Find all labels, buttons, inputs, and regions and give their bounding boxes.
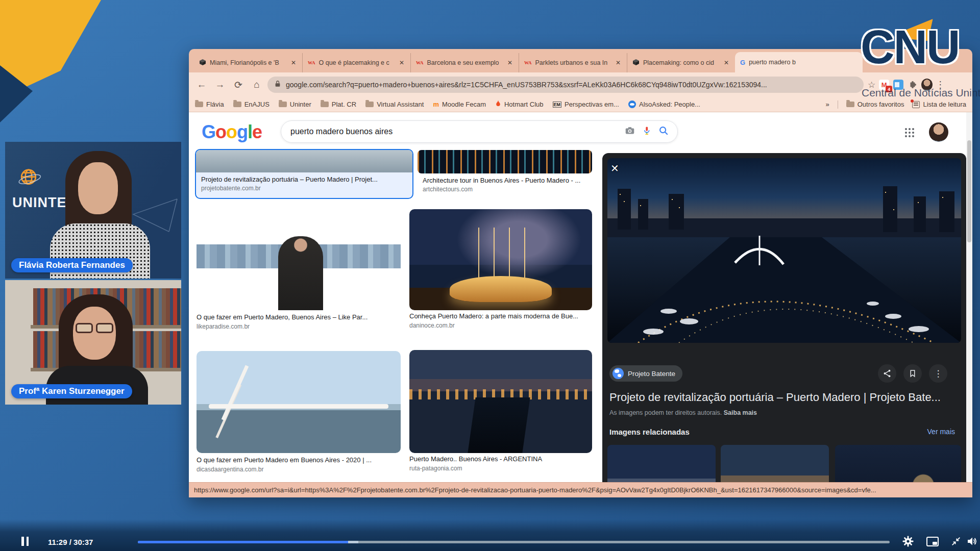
- browser-toolbar: ← → ⟳ ⌂ google.com/search?q=puerto+mader…: [189, 72, 972, 97]
- wa-favicon-icon: WA: [416, 60, 424, 65]
- see-more-link[interactable]: Ver mais: [927, 428, 955, 436]
- bookmark-enajus[interactable]: EnAJUS: [233, 101, 270, 108]
- result-card[interactable]: Architecture tour in Buenos Aires - Puer…: [418, 150, 592, 199]
- back-icon[interactable]: ←: [194, 77, 209, 92]
- reading-list[interactable]: Lista de leitura: [912, 101, 966, 108]
- reload-icon[interactable]: ⟳: [231, 77, 246, 92]
- save-bookmark-button[interactable]: [903, 364, 922, 383]
- result-thumbnail[interactable]: [418, 150, 592, 173]
- tab-parklets[interactable]: WA Parklets urbanos e sua In ✕: [519, 53, 627, 72]
- playback-time: 11:29 / 30:37: [48, 538, 93, 546]
- progress-fill: [138, 541, 348, 543]
- tab-close-icon[interactable]: ✕: [506, 59, 513, 66]
- result-caption[interactable]: Conheça Puerto Madero: a parte mais mode…: [409, 312, 592, 329]
- related-thumbnail[interactable]: [835, 445, 961, 482]
- source-chip[interactable]: Projeto Batente: [609, 365, 682, 382]
- result-domain: projetobatente.com.br: [201, 185, 407, 192]
- other-favorites[interactable]: Outros favoritos: [846, 101, 904, 108]
- related-thumbnail[interactable]: [607, 445, 716, 482]
- forward-icon[interactable]: →: [212, 77, 228, 92]
- tab-puerto-madero-active[interactable]: G puerto madero b: [735, 52, 863, 72]
- tab-placemaking-cid[interactable]: Placemaking: como o cid ✕: [627, 53, 735, 72]
- tab-close-icon[interactable]: ✕: [398, 59, 405, 66]
- result-title: O que fazer em Puerto Madero, Buenos Air…: [197, 313, 404, 321]
- bookmark-plat-cr[interactable]: Plat. CR: [321, 101, 356, 108]
- settings-gear-icon[interactable]: [901, 535, 915, 548]
- close-icon[interactable]: ✕: [610, 162, 619, 174]
- pause-button[interactable]: [21, 537, 30, 546]
- source-name: Projeto Batente: [628, 370, 675, 378]
- learn-more-link[interactable]: Saiba mais: [724, 409, 757, 416]
- bookmark-alsoasked[interactable]: AlsoAsked: People...: [628, 101, 700, 108]
- related-thumbnail[interactable]: [721, 445, 829, 482]
- alsoasked-icon: [628, 101, 636, 108]
- moodle-icon: m: [433, 101, 439, 108]
- bookmarks-bar: Flávia EnAJUS Uninter Plat. CR Virtual A…: [189, 97, 972, 112]
- picture-in-picture-icon[interactable]: [926, 535, 939, 548]
- progress-bar[interactable]: [138, 541, 890, 543]
- google-logo[interactable]: Google: [202, 121, 262, 143]
- result-card-selected[interactable]: Projeto de revitalização portuária – Pue…: [195, 149, 413, 199]
- wa-favicon-icon: WA: [524, 60, 532, 65]
- bookmark-virtual-assistant[interactable]: Virtual Assistant: [365, 101, 424, 108]
- search-icon[interactable]: [658, 125, 669, 138]
- tab-barcelona[interactable]: WA Barcelona e seu exemplo ✕: [410, 53, 519, 72]
- home-icon[interactable]: ⌂: [249, 77, 264, 92]
- result-thumbnail[interactable]: [196, 150, 412, 172]
- result-thumbnail[interactable]: [409, 209, 592, 310]
- wa-favicon-icon: WA: [308, 60, 315, 65]
- webcam-flavia: UNINTER Flávia Roberta Fernandes: [5, 142, 181, 279]
- google-favicon-icon: G: [740, 59, 745, 66]
- result-thumbnail[interactable]: [197, 351, 401, 453]
- page-scrollbar[interactable]: [966, 112, 972, 482]
- divider: [838, 101, 838, 109]
- hero-image[interactable]: [607, 158, 961, 343]
- bookmark-uninter[interactable]: Uninter: [279, 101, 311, 108]
- panel-image-title[interactable]: Projeto de revitalização portuária – Pue…: [609, 391, 959, 404]
- tab-close-icon[interactable]: ✕: [723, 59, 730, 66]
- result-caption[interactable]: Puerto Madero.. Buenos Aires - ARGENTINA…: [409, 455, 592, 472]
- result-caption[interactable]: O que fazer em Puerto Madero em Buenos A…: [197, 456, 404, 473]
- folder-icon: [233, 102, 241, 107]
- result-title: Puerto Madero.. Buenos Aires - ARGENTINA: [409, 455, 592, 463]
- result-thumbnail[interactable]: [197, 210, 401, 310]
- reading-list-icon: [912, 101, 920, 108]
- scrollbar-thumb[interactable]: [967, 140, 971, 242]
- address-bar[interactable]: google.com/search?q=puerto+madero+buenos…: [267, 77, 864, 93]
- tab-close-icon[interactable]: ✕: [290, 59, 297, 66]
- folder-icon: [279, 102, 287, 107]
- more-options-button[interactable]: ⋮: [929, 364, 947, 383]
- tab-title: Barcelona e seu exemplo: [427, 59, 503, 66]
- bookmarks-overflow-icon[interactable]: »: [825, 101, 829, 108]
- camera-icon[interactable]: [624, 125, 635, 138]
- bookmark-perspectivas[interactable]: EMPerspectivas em...: [553, 101, 619, 108]
- result-thumbnail[interactable]: [409, 350, 592, 453]
- bookmark-hotmart-club[interactable]: Hotmart Club: [495, 100, 544, 109]
- exit-fullscreen-icon[interactable]: [949, 535, 963, 548]
- share-button[interactable]: [878, 364, 896, 383]
- cube-favicon-icon: [632, 59, 640, 67]
- bookmark-flavia[interactable]: Flávia: [195, 101, 224, 108]
- tab-title: Placemaking: como o cid: [643, 59, 719, 66]
- mic-icon[interactable]: [642, 125, 652, 138]
- bookmark-moodle-fecam[interactable]: mMoodle Fecam: [433, 101, 486, 108]
- result-caption[interactable]: O que fazer em Puerto Madero, Buenos Air…: [197, 313, 404, 330]
- flame-icon: [495, 100, 501, 109]
- search-box[interactable]: [281, 120, 678, 143]
- google-apps-grid-icon[interactable]: [903, 127, 916, 141]
- google-account-avatar[interactable]: [929, 122, 948, 142]
- search-input[interactable]: [289, 127, 618, 137]
- participant-name-badge: Profª Karen Sturzenegger: [11, 384, 132, 398]
- participant-name-badge: Flávia Roberta Fernandes: [11, 258, 133, 272]
- tab-title: puerto madero b: [749, 59, 857, 66]
- tab-close-icon[interactable]: ✕: [615, 59, 622, 66]
- image-detail-panel: ✕: [602, 153, 966, 482]
- result-title: Conheça Puerto Madero: a parte mais mode…: [409, 312, 592, 320]
- tab-miami[interactable]: Miami, Florianópolis e 'B ✕: [194, 53, 302, 72]
- result-title[interactable]: Projeto de revitalização portuária – Pue…: [201, 176, 407, 183]
- result-title[interactable]: Architecture tour in Buenos Aires - Puer…: [423, 177, 587, 184]
- progress-handle[interactable]: [348, 541, 358, 543]
- browser-window: Miami, Florianópolis e 'B ✕ WA O que é p…: [189, 49, 972, 497]
- tab-placemaking-def[interactable]: WA O que é placemaking e c ✕: [302, 53, 410, 72]
- volume-icon[interactable]: [966, 535, 979, 548]
